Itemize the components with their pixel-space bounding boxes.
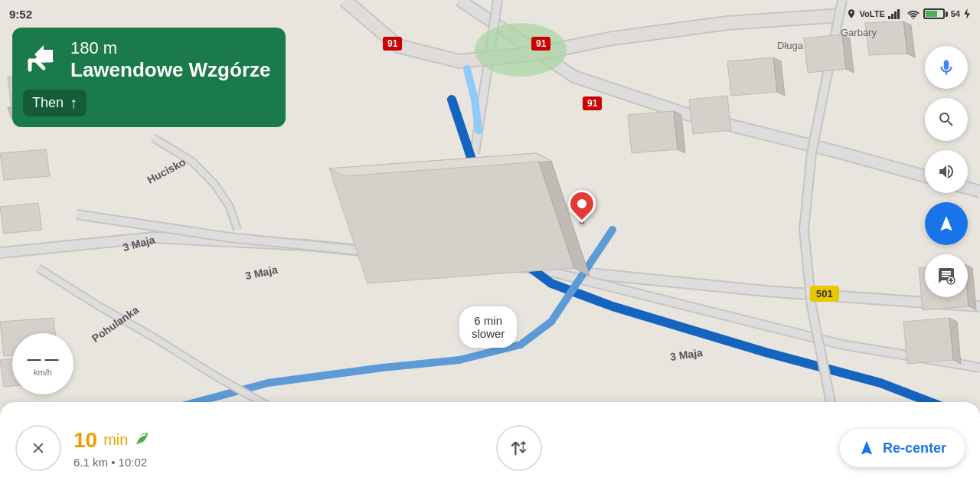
mic-button[interactable]: [925, 46, 968, 89]
nav-instruction-box: 180 m Lawendowe Wzgórze Then ↑: [12, 28, 286, 127]
close-navigation-button[interactable]: [15, 425, 61, 471]
nav-info-block: 180 m Lawendowe Wzgórze: [70, 38, 270, 82]
slower-tooltip: 6 min slower: [459, 306, 517, 348]
route-badge-91a: 91: [383, 37, 402, 51]
trip-info-panel: 10 min 6.1 km • 10:02: [74, 428, 484, 469]
routes-button[interactable]: [496, 425, 542, 471]
svg-marker-22: [0, 149, 50, 180]
nav-street-name: Lawendowe Wzgórze: [70, 58, 270, 82]
right-buttons-panel: !: [925, 46, 968, 297]
road-label-garbary: Garbary: [841, 27, 877, 38]
speed-display: — —: [27, 352, 58, 368]
svg-text:!: !: [947, 172, 949, 179]
status-bar: 9:52 VoLTE 54: [0, 0, 980, 28]
location-icon: [846, 8, 857, 19]
nav-then-direction-icon: ↑: [70, 94, 77, 112]
recenter-label: Re-center: [883, 440, 946, 456]
signal-icon: [888, 8, 903, 19]
nav-turn-arrow: [23, 41, 61, 80]
svg-marker-17: [689, 96, 731, 134]
battery-level: 54: [951, 9, 960, 18]
trip-time-value: 10: [74, 428, 97, 453]
road-label-dluga: Długa: [777, 40, 803, 51]
trip-time-unit: min: [103, 431, 128, 449]
wifi-icon: [906, 8, 920, 19]
slower-line1: 6 min: [472, 314, 505, 327]
svg-marker-8: [804, 34, 846, 73]
nav-then-row: Then ↑: [23, 90, 87, 116]
nav-then-label: Then: [32, 95, 64, 111]
volte-label: VoLTE: [860, 9, 885, 18]
battery-icon: [923, 8, 948, 19]
svg-rect-29: [897, 9, 900, 19]
sound-button[interactable]: !: [925, 150, 968, 193]
route-badge-91b: 91: [531, 37, 550, 51]
trip-eta: 10:02: [119, 456, 148, 469]
svg-rect-30: [900, 8, 903, 19]
svg-rect-26: [888, 16, 890, 19]
status-time: 9:52: [9, 8, 32, 21]
trip-time-row: 10 min: [74, 428, 484, 453]
recenter-button[interactable]: Re-center: [840, 429, 965, 467]
my-location-button[interactable]: [925, 202, 968, 245]
trip-distance: 6.1 km: [74, 456, 108, 469]
nav-main-row: 180 m Lawendowe Wzgórze: [23, 38, 270, 82]
svg-point-2: [475, 23, 567, 77]
svg-marker-23: [0, 203, 42, 234]
recenter-area: Re-center: [554, 429, 965, 467]
trip-details: 6.1 km • 10:02: [74, 456, 484, 469]
svg-point-31: [913, 18, 914, 19]
trip-separator: •: [111, 456, 118, 469]
speed-unit: km/h: [34, 368, 52, 377]
status-icons: VoLTE 54: [846, 8, 971, 19]
charging-icon: [963, 8, 971, 19]
svg-marker-32: [964, 8, 970, 19]
map-pin: [568, 190, 596, 224]
svg-rect-28: [894, 11, 897, 19]
svg-rect-27: [891, 14, 893, 19]
add-report-button[interactable]: [925, 254, 968, 297]
route-badge-501: 501: [810, 286, 839, 302]
slower-line2: slower: [472, 327, 505, 340]
route-badge-91c: 91: [583, 97, 602, 110]
svg-marker-6: [727, 57, 777, 96]
bottom-navigation-bar: 10 min 6.1 km • 10:02 Re-center: [0, 402, 980, 494]
svg-marker-15: [628, 111, 678, 153]
svg-marker-20: [903, 318, 953, 364]
nav-distance: 180 m: [70, 38, 270, 58]
speed-panel: — — km/h: [12, 333, 74, 394]
eco-icon: [134, 430, 149, 450]
search-button[interactable]: [925, 98, 968, 141]
